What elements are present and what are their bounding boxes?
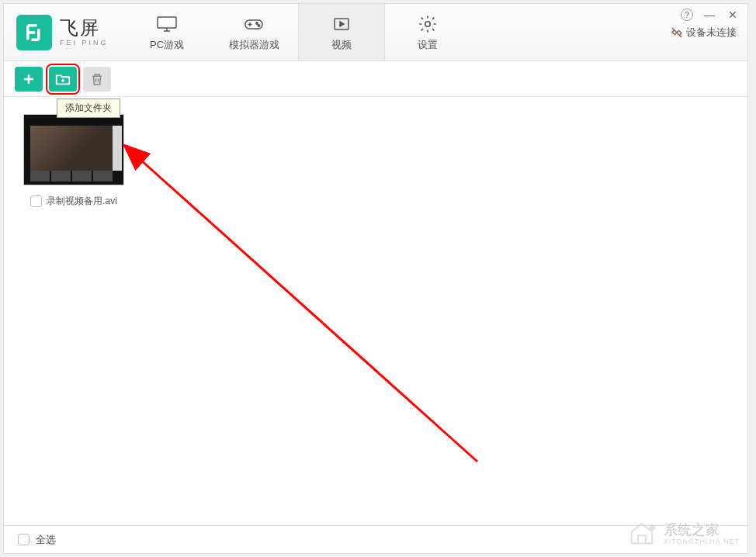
header: 飞屏 FEI PING PC游戏 <box>4 4 747 61</box>
delete-button[interactable] <box>83 67 111 92</box>
content-area: 录制视频备用.avi <box>4 97 747 525</box>
tab-label: PC游戏 <box>150 38 184 52</box>
device-status: 设备未连接 <box>671 26 737 40</box>
tab-video[interactable]: 视频 <box>298 4 385 61</box>
add-folder-button[interactable] <box>49 67 77 92</box>
svg-marker-9 <box>340 22 344 26</box>
app-name-en: FEI PING <box>60 40 109 47</box>
svg-rect-0 <box>158 17 176 28</box>
app-window: 飞屏 FEI PING PC游戏 <box>3 3 748 554</box>
svg-point-20 <box>650 526 654 530</box>
video-thumbnail[interactable] <box>23 114 124 185</box>
watermark: 系统之家 XITONGZHIJIA.NET <box>626 517 740 548</box>
svg-point-7 <box>258 24 259 26</box>
minimize-button[interactable]: — <box>702 9 716 21</box>
tab-label: 设置 <box>418 38 438 52</box>
watermark-sub: XITONGZHIJIA.NET <box>664 538 740 545</box>
app-name-cn: 飞屏 <box>60 19 109 37</box>
tab-label: 模拟器游戏 <box>229 38 279 52</box>
tab-emulator-games[interactable]: 模拟器游戏 <box>211 4 298 61</box>
plus-icon <box>21 71 36 87</box>
help-button[interactable]: ? <box>681 9 693 21</box>
logo: 飞屏 FEI PING <box>4 4 124 61</box>
svg-point-6 <box>256 22 258 23</box>
tab-bar: PC游戏 模拟器游戏 <box>124 4 472 61</box>
gamepad-icon <box>242 13 265 35</box>
add-button[interactable] <box>15 67 43 92</box>
gear-icon <box>418 13 438 35</box>
trash-icon <box>90 71 104 87</box>
svg-point-10 <box>425 21 431 26</box>
device-status-text: 设备未连接 <box>686 26 737 40</box>
svg-line-11 <box>672 28 681 37</box>
svg-line-19 <box>140 159 477 462</box>
tooltip-add-folder: 添加文件夹 <box>57 99 120 118</box>
watermark-title: 系统之家 <box>664 521 740 539</box>
status-area: 设备未连接 <box>671 26 747 40</box>
app-logo-icon <box>16 15 52 50</box>
tab-label: 视频 <box>331 38 352 52</box>
monitor-icon <box>155 13 179 35</box>
item-checkbox[interactable] <box>30 195 42 207</box>
watermark-icon <box>626 517 657 548</box>
video-item[interactable]: 录制视频备用.avi <box>19 114 128 208</box>
disconnected-icon <box>671 26 683 39</box>
select-all-label: 全选 <box>36 533 56 547</box>
video-icon <box>330 13 353 35</box>
video-filename: 录制视频备用.avi <box>47 195 117 208</box>
close-button[interactable]: ✕ <box>726 9 740 21</box>
annotation-arrow <box>66 144 501 477</box>
tab-settings[interactable]: 设置 <box>385 4 472 61</box>
window-controls: ? — ✕ <box>681 9 740 21</box>
folder-plus-icon <box>54 71 71 87</box>
toolbar: 添加文件夹 <box>4 61 747 97</box>
tab-pc-games[interactable]: PC游戏 <box>124 4 211 61</box>
select-all-checkbox[interactable] <box>18 534 29 545</box>
